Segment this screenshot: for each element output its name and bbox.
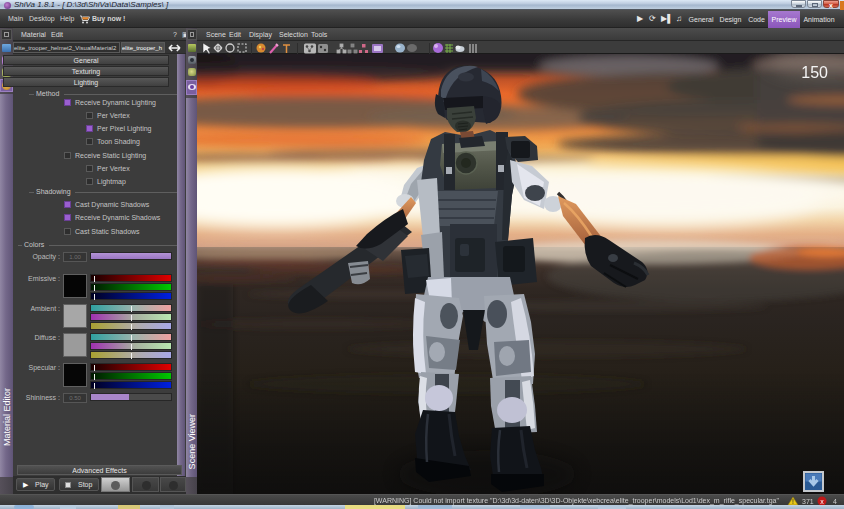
svg-text:!: !	[792, 498, 794, 505]
svg-text:371: 371	[802, 498, 814, 505]
svg-text:4: 4	[833, 498, 837, 505]
svg-text:x: x	[820, 498, 824, 505]
svg-text:150: 150	[801, 64, 828, 81]
